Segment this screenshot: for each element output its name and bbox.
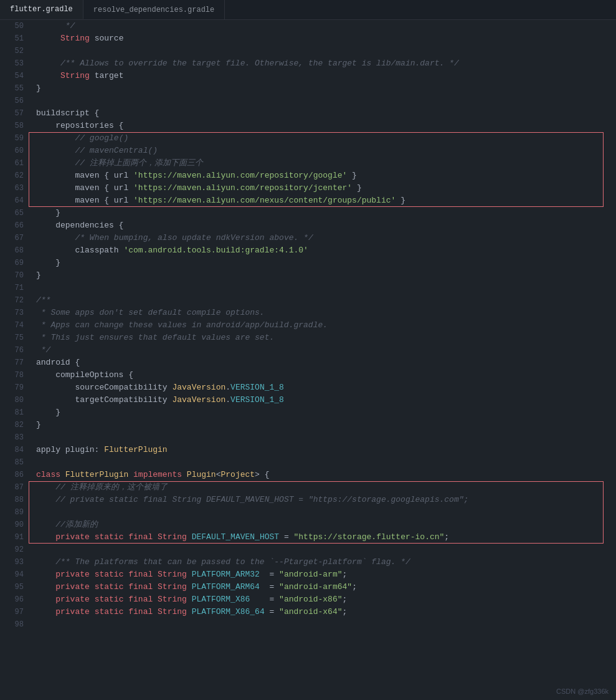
code-line: */ — [36, 20, 616, 32]
code-line: String target — [36, 70, 616, 82]
code-line: /* When bumping, also update ndkVersion … — [36, 232, 616, 244]
line-number: 98 — [0, 618, 24, 631]
line-number: 64 — [0, 194, 24, 207]
code-line: * Apps can change these values in androi… — [36, 319, 616, 332]
tab-bar: flutter.gradle resolve_dependencies.grad… — [0, 0, 616, 20]
code-line — [36, 506, 616, 519]
line-number: 60 — [0, 145, 24, 157]
line-number: 80 — [0, 394, 24, 406]
code-line: private static final String DEFAULT_MAVE… — [36, 531, 616, 544]
code-line — [36, 45, 616, 57]
line-number: 70 — [0, 269, 24, 282]
code-line: repositories { — [36, 120, 616, 132]
line-number: 83 — [0, 431, 24, 444]
code-editor: 5051525354555657585960616263646566676869… — [0, 20, 616, 700]
code-line: targetCompatibility JavaVersion.VERSION_… — [36, 394, 616, 406]
code-line — [36, 544, 616, 556]
code-line: */ — [36, 344, 616, 357]
code-line: apply plugin: FlutterPlugin — [36, 444, 616, 456]
code-line: } — [36, 207, 616, 219]
code-line: android { — [36, 357, 616, 369]
code-line: } — [36, 406, 616, 419]
code-line: String source — [36, 32, 616, 45]
code-line — [36, 95, 616, 107]
line-number: 96 — [0, 593, 24, 606]
line-number: 82 — [0, 419, 24, 431]
line-number: 51 — [0, 32, 24, 45]
line-number: 68 — [0, 244, 24, 257]
code-line: classpath 'com.android.tools.build:gradl… — [36, 244, 616, 257]
line-number: 92 — [0, 544, 24, 556]
line-number: 53 — [0, 57, 24, 70]
line-number: 84 — [0, 444, 24, 456]
line-number: 63 — [0, 182, 24, 194]
watermark: CSDN @zfg336k — [556, 688, 609, 695]
line-number: 90 — [0, 519, 24, 531]
tab-resolve-dependencies[interactable]: resolve_dependencies.gradle — [83, 0, 225, 19]
line-number: 50 — [0, 20, 24, 32]
code-line: compileOptions { — [36, 369, 616, 381]
line-number: 97 — [0, 606, 24, 618]
code-line: private static final String PLATFORM_ARM… — [36, 568, 616, 581]
code-line: private static final String PLATFORM_ARM… — [36, 581, 616, 593]
code-line: } — [36, 257, 616, 269]
line-number: 54 — [0, 70, 24, 82]
code-line: dependencies { — [36, 219, 616, 232]
code-line: // mavenCentral() — [36, 145, 616, 157]
line-number: 75 — [0, 332, 24, 344]
line-number: 55 — [0, 82, 24, 95]
code-line — [36, 431, 616, 444]
code-line: private static final String PLATFORM_X86… — [36, 593, 616, 606]
code-line: /** The platforms that can be passed to … — [36, 556, 616, 568]
code-line: //添加新的 — [36, 519, 616, 531]
code-line: // private static final String DEFAULT_M… — [36, 494, 616, 506]
code-line: private static final String PLATFORM_X86… — [36, 606, 616, 618]
line-number: 62 — [0, 170, 24, 182]
line-number: 61 — [0, 157, 24, 170]
line-number: 77 — [0, 357, 24, 369]
code-line: maven { url 'https://maven.aliyun.com/re… — [36, 170, 616, 182]
code-line: /** — [36, 294, 616, 307]
code-line: } — [36, 419, 616, 431]
code-content: */ String source /** Allows to override … — [29, 20, 616, 700]
code-line — [36, 456, 616, 469]
line-number: 71 — [0, 282, 24, 294]
line-number: 93 — [0, 556, 24, 568]
code-line: } — [36, 82, 616, 95]
line-number: 85 — [0, 456, 24, 469]
line-number: 91 — [0, 531, 24, 544]
code-line: /** Allows to override the target file. … — [36, 57, 616, 70]
line-number: 57 — [0, 107, 24, 120]
code-line: // google() — [36, 132, 616, 145]
line-number: 58 — [0, 120, 24, 132]
line-number: 76 — [0, 344, 24, 357]
code-line: // 注释掉原来的，这个被墙了 — [36, 481, 616, 494]
code-line: maven { url 'https://maven.aliyun.com/re… — [36, 182, 616, 194]
line-number: 52 — [0, 45, 24, 57]
code-line — [36, 618, 616, 631]
line-number: 88 — [0, 494, 24, 506]
line-number: 69 — [0, 257, 24, 269]
line-number: 89 — [0, 506, 24, 519]
code-line: sourceCompatibility JavaVersion.VERSION_… — [36, 381, 616, 394]
line-number: 79 — [0, 381, 24, 394]
tab-flutter-gradle[interactable]: flutter.gradle — [0, 0, 83, 19]
code-line: * This just ensures that default values … — [36, 332, 616, 344]
line-number: 67 — [0, 232, 24, 244]
code-line: // 注释掉上面两个，添加下面三个 — [36, 157, 616, 170]
line-number: 74 — [0, 319, 24, 332]
line-number: 94 — [0, 568, 24, 581]
line-number: 86 — [0, 469, 24, 481]
line-number-gutter: 5051525354555657585960616263646566676869… — [0, 20, 29, 700]
line-number: 95 — [0, 581, 24, 593]
line-number: 59 — [0, 132, 24, 145]
line-number: 73 — [0, 307, 24, 319]
code-line: * Some apps don't set default compile op… — [36, 307, 616, 319]
line-number: 56 — [0, 95, 24, 107]
line-number: 72 — [0, 294, 24, 307]
code-line: buildscript { — [36, 107, 616, 120]
line-number: 66 — [0, 219, 24, 232]
code-line: maven { url 'https://maven.aliyun.com/ne… — [36, 194, 616, 207]
code-line: class FlutterPlugin implements Plugin<Pr… — [36, 469, 616, 481]
line-number: 81 — [0, 406, 24, 419]
